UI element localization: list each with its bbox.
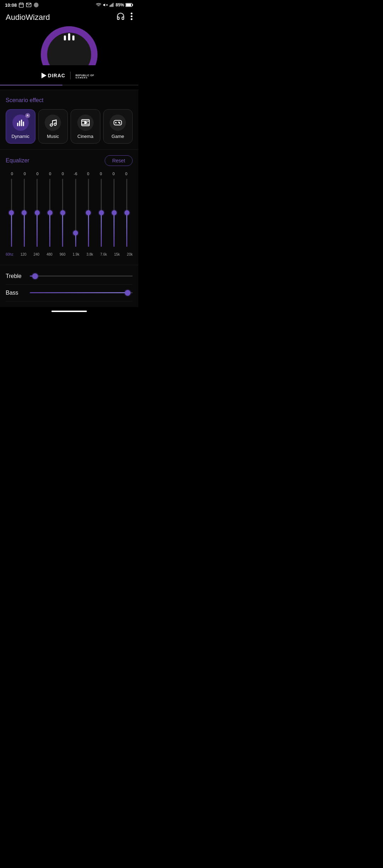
- eq-label-5: 1.9k: [73, 252, 79, 256]
- eq-track-7[interactable]: [101, 179, 102, 247]
- eq-label-8: 15k: [114, 252, 120, 256]
- signal-icon: [109, 2, 114, 7]
- headphone-icon[interactable]: [116, 12, 125, 23]
- eq-col-6[interactable]: [83, 179, 94, 247]
- brand-logos: DIRAC REPUBLIC OF GAMERS: [41, 71, 97, 80]
- cinema-icon: [77, 115, 94, 131]
- eq-fill-3: [49, 213, 50, 247]
- reset-button[interactable]: Reset: [105, 155, 133, 166]
- brand-divider: [70, 72, 71, 79]
- eq-fill-0: [11, 213, 12, 247]
- eq-track-1[interactable]: [24, 179, 25, 247]
- app-bar: AudioWizard: [0, 9, 138, 26]
- dirac-triangle: [41, 73, 46, 78]
- bass-row: Bass: [6, 285, 133, 301]
- eq-track-4[interactable]: [62, 179, 63, 247]
- eq-thumb-8[interactable]: [112, 210, 117, 215]
- eq-labels: 60hz 120 240 480 960 1.9k 3.8k 7.6k 15k …: [6, 250, 133, 256]
- eq-thumb-2[interactable]: [35, 210, 40, 215]
- eq-fill-6: [88, 213, 89, 247]
- eq-val-2: 0: [31, 172, 44, 176]
- svg-rect-23: [23, 122, 24, 126]
- eq-fill-8: [113, 213, 115, 247]
- eq-col-5[interactable]: [70, 179, 81, 247]
- eq-val-5: -6: [69, 172, 82, 176]
- svg-rect-31: [114, 120, 122, 125]
- eq-fill-1: [24, 213, 25, 247]
- scenario-btn-dynamic[interactable]: Dynamic: [6, 109, 35, 144]
- eq-thumb-3[interactable]: [48, 210, 52, 215]
- app-bar-icons: [116, 12, 133, 23]
- svg-rect-22: [21, 119, 22, 126]
- status-right: 85%: [96, 2, 133, 8]
- eq-track-9[interactable]: [126, 179, 127, 247]
- scenario-btn-game[interactable]: Game: [103, 109, 133, 144]
- svg-rect-11: [113, 3, 113, 7]
- headphone-visual: [34, 26, 105, 65]
- svg-line-26: [52, 120, 56, 121]
- treble-thumb[interactable]: [32, 273, 38, 279]
- battery-icon: [126, 3, 133, 7]
- scenario-btn-music[interactable]: Music: [38, 109, 68, 144]
- eq-title: Equalizer: [6, 157, 29, 164]
- eq-val-1: 0: [18, 172, 31, 176]
- bar1: [64, 35, 66, 40]
- circle-icon: [33, 2, 39, 8]
- wifi-icon: [96, 2, 101, 8]
- eq-track-2[interactable]: [37, 179, 38, 247]
- bass-thumb[interactable]: [125, 290, 131, 296]
- more-options-icon[interactable]: [131, 12, 133, 23]
- treble-label: Treble: [6, 273, 26, 279]
- svg-text:REPUBLIC OF: REPUBLIC OF: [76, 74, 94, 77]
- eq-col-2[interactable]: [31, 179, 43, 247]
- bass-slider[interactable]: [30, 292, 133, 293]
- status-left: 10:08: [5, 2, 39, 8]
- eq-thumb-1[interactable]: [22, 210, 27, 215]
- eq-val-8: 0: [107, 172, 120, 176]
- bass-fill: [30, 292, 128, 293]
- eq-col-3[interactable]: [44, 179, 56, 247]
- svg-rect-13: [132, 4, 133, 6]
- eq-thumb-0[interactable]: [9, 210, 14, 215]
- eq-thumb-4[interactable]: [60, 210, 65, 215]
- scenario-title: Scenario effect: [6, 97, 133, 104]
- svg-rect-9: [111, 5, 111, 7]
- svg-rect-8: [110, 5, 110, 7]
- tone-sliders: Treble Bass: [0, 265, 138, 307]
- svg-rect-10: [112, 4, 112, 7]
- mute-icon: [103, 2, 108, 7]
- eq-track-8[interactable]: [113, 179, 115, 247]
- status-time: 10:08: [5, 2, 17, 8]
- eq-sliders: [6, 177, 133, 248]
- eq-track-5[interactable]: [75, 179, 76, 247]
- hero-section: DIRAC REPUBLIC OF GAMERS: [0, 26, 138, 90]
- eq-val-6: 0: [82, 172, 95, 176]
- eq-col-9[interactable]: [121, 179, 133, 247]
- svg-rect-21: [19, 121, 20, 126]
- eq-col-8[interactable]: [109, 179, 120, 247]
- eq-col-7[interactable]: [95, 179, 107, 247]
- eq-val-3: 0: [44, 172, 56, 176]
- eq-label-0: 60hz: [6, 252, 13, 256]
- eq-fill-9: [126, 213, 127, 247]
- eq-col-1[interactable]: [18, 179, 30, 247]
- svg-rect-14: [126, 4, 131, 6]
- eq-track-6[interactable]: [88, 179, 89, 247]
- music-icon: [45, 115, 61, 131]
- mail-icon: [26, 2, 32, 8]
- eq-col-0[interactable]: [6, 179, 17, 247]
- eq-track-0[interactable]: [11, 179, 12, 247]
- eq-thumb-5[interactable]: [73, 230, 78, 235]
- eq-fill-7: [101, 213, 102, 247]
- eq-track-3[interactable]: [49, 179, 50, 247]
- bar2: [68, 33, 70, 40]
- eq-thumb-7[interactable]: [99, 210, 104, 215]
- headphone-top: [64, 33, 74, 40]
- treble-slider[interactable]: [30, 276, 133, 277]
- dynamic-icon: [12, 115, 29, 131]
- progress-bar-container[interactable]: [0, 85, 138, 85]
- eq-thumb-6[interactable]: [86, 210, 91, 215]
- eq-thumb-9[interactable]: [124, 210, 129, 215]
- eq-col-4[interactable]: [57, 179, 68, 247]
- scenario-btn-cinema[interactable]: Cinema: [71, 109, 100, 144]
